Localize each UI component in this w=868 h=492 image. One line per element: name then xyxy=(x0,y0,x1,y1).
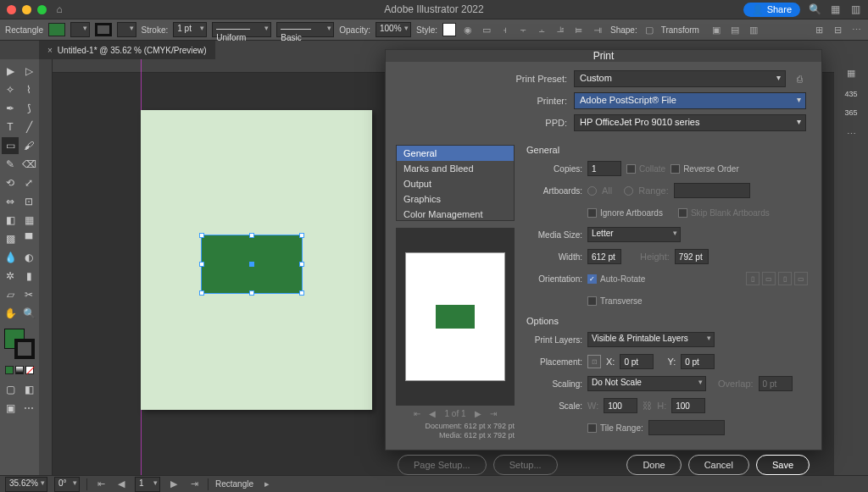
placement-y-input[interactable] xyxy=(681,354,715,369)
section-output[interactable]: Output xyxy=(397,176,514,191)
artboard-nav[interactable]: 1 xyxy=(135,477,160,492)
save-button[interactable]: Save xyxy=(756,455,810,475)
more-icon[interactable]: ⋯ xyxy=(849,23,863,36)
section-list[interactable]: General Marks and Bleed Output Graphics … xyxy=(396,145,515,221)
shape-props-icon[interactable]: ▢ xyxy=(643,23,656,36)
scale-tool-icon[interactable]: ⤢ xyxy=(20,174,37,191)
shaper-tool-icon[interactable]: ✎ xyxy=(2,156,19,173)
preview-next-icon[interactable]: ▶ xyxy=(475,409,481,418)
arrange-icon[interactable]: ▤ xyxy=(728,23,742,36)
draw-mode-behind-icon[interactable]: ◧ xyxy=(20,381,37,398)
close-tab-icon[interactable]: × xyxy=(47,46,53,55)
graphic-style-swatch[interactable] xyxy=(442,23,456,36)
printer-select[interactable]: Adobe PostScript® File xyxy=(574,92,806,109)
ignore-artboards-checkbox[interactable]: Ignore Artboards xyxy=(587,208,663,218)
ppd-select[interactable]: HP OfficeJet Pro 9010 series xyxy=(574,114,806,131)
gradient-tool-icon[interactable]: ▀ xyxy=(20,230,37,247)
stroke-weight[interactable]: 1 pt xyxy=(173,22,207,37)
scaling-select[interactable]: Do Not Scale xyxy=(587,376,706,391)
rotate-view[interactable]: 0° xyxy=(54,477,80,492)
minimize-window-icon[interactable] xyxy=(22,5,31,14)
eraser-tool-icon[interactable]: ⌫ xyxy=(20,156,37,173)
gradient-mode-icon[interactable] xyxy=(15,366,24,374)
color-mode-icon[interactable] xyxy=(5,366,14,374)
save-preset-icon[interactable]: ⎙ xyxy=(793,72,806,86)
copies-input[interactable] xyxy=(587,161,621,176)
panel-icon[interactable]: ▦ xyxy=(844,66,858,80)
snap-icon[interactable]: ⊟ xyxy=(831,23,844,36)
shape-builder-icon[interactable]: ◧ xyxy=(2,212,19,229)
slice-tool-icon[interactable]: ✂ xyxy=(20,286,37,303)
preview-last-icon[interactable]: ⇥ xyxy=(490,409,497,418)
isolate-icon[interactable]: ▣ xyxy=(709,23,723,36)
align-bottom-icon[interactable]: ⫣ xyxy=(592,23,605,36)
cancel-button[interactable]: Cancel xyxy=(688,455,749,475)
hand-tool-icon[interactable]: ✋ xyxy=(2,305,19,322)
auto-rotate-checkbox[interactable]: ✓Auto-Rotate xyxy=(587,274,645,284)
ruler-vertical[interactable] xyxy=(39,59,53,475)
select-similar-icon[interactable]: ▥ xyxy=(747,23,760,36)
align-top-icon[interactable]: ⫡ xyxy=(554,23,568,36)
section-graphics[interactable]: Graphics xyxy=(397,191,514,207)
eyedropper-tool-icon[interactable]: 💧 xyxy=(2,249,19,266)
edit-toolbar-icon[interactable]: ⋯ xyxy=(20,400,37,417)
search-icon[interactable]: 🔍 xyxy=(809,3,821,15)
home-icon[interactable]: ⌂ xyxy=(53,3,65,15)
placement-x-input[interactable] xyxy=(620,354,654,369)
free-transform-icon[interactable]: ⊡ xyxy=(20,193,37,210)
print-layers-select[interactable]: Visible & Printable Layers xyxy=(587,332,715,347)
blend-tool-icon[interactable]: ◐ xyxy=(20,249,37,266)
brush-definition[interactable]: Basic xyxy=(276,22,334,37)
opacity-value[interactable]: 100% xyxy=(376,22,411,37)
stroke-menu[interactable] xyxy=(117,22,136,37)
media-size-select[interactable]: Letter xyxy=(587,227,681,242)
variable-width-profile[interactable]: Uniform xyxy=(212,22,271,37)
section-marks-bleed[interactable]: Marks and Bleed xyxy=(397,161,514,176)
arrange-documents-icon[interactable]: ▦ xyxy=(829,3,841,15)
preset-select[interactable]: Custom xyxy=(574,70,786,87)
next-artboard-icon[interactable]: ▶ xyxy=(167,478,181,491)
fill-stroke-control[interactable] xyxy=(4,329,35,359)
fill-swatch[interactable] xyxy=(48,23,65,36)
align-vcenter-icon[interactable]: ⫢ xyxy=(573,23,587,36)
lasso-tool-icon[interactable]: ⌇ xyxy=(20,81,37,98)
reverse-order-checkbox[interactable]: Reverse Order xyxy=(670,164,739,174)
close-window-icon[interactable] xyxy=(7,5,16,14)
align-hcenter-icon[interactable]: ⫟ xyxy=(517,23,531,36)
panel-more-icon[interactable]: ⋯ xyxy=(844,127,858,141)
prev-artboard-icon[interactable]: ◀ xyxy=(114,478,128,491)
preview-first-icon[interactable]: ⇤ xyxy=(414,409,420,418)
rotate-tool-icon[interactable]: ⟲ xyxy=(2,174,19,191)
symbol-sprayer-icon[interactable]: ✲ xyxy=(2,268,19,285)
rectangle-shape[interactable] xyxy=(202,235,302,293)
document-tab[interactable]: × Untitled-1* @ 35.62 % (CMYK/Preview) xyxy=(39,41,215,59)
curvature-tool-icon[interactable]: ⟆ xyxy=(20,100,37,117)
placement-grid-icon[interactable]: ⊡ xyxy=(587,355,601,368)
draw-mode-normal-icon[interactable]: ▢ xyxy=(2,381,19,398)
done-button[interactable]: Done xyxy=(626,455,681,475)
type-tool-icon[interactable]: T xyxy=(2,119,19,135)
perspective-grid-icon[interactable]: ▦ xyxy=(20,212,37,229)
align-left-icon[interactable]: ⫞ xyxy=(498,23,512,36)
none-mode-icon[interactable] xyxy=(25,366,34,374)
selection-tool-icon[interactable]: ▶ xyxy=(2,63,19,80)
first-artboard-icon[interactable]: ⇤ xyxy=(94,478,108,491)
zoom-tool-icon[interactable]: 🔍 xyxy=(20,305,37,322)
pen-tool-icon[interactable]: ✒ xyxy=(2,100,19,117)
workspace-icon[interactable]: ▥ xyxy=(849,3,861,15)
share-button[interactable]: 👤Share xyxy=(743,3,800,17)
prefs-icon[interactable]: ⊞ xyxy=(812,23,826,36)
section-general[interactable]: General xyxy=(397,146,514,161)
zoom-level[interactable]: 35.62% xyxy=(5,477,47,492)
align-right-icon[interactable]: ⫠ xyxy=(536,23,549,36)
fill-menu[interactable] xyxy=(70,22,90,37)
align-icon[interactable]: ▭ xyxy=(480,23,493,36)
recolor-icon[interactable]: ◉ xyxy=(461,23,475,36)
preview-prev-icon[interactable]: ◀ xyxy=(429,409,436,418)
transform-label[interactable]: Transform xyxy=(661,25,699,35)
paintbrush-tool-icon[interactable]: 🖌 xyxy=(20,137,37,154)
artboard-tool-icon[interactable]: ▱ xyxy=(2,286,19,303)
zoom-window-icon[interactable] xyxy=(37,5,47,14)
mesh-tool-icon[interactable]: ▩ xyxy=(2,230,19,247)
status-menu-icon[interactable]: ▸ xyxy=(260,478,274,491)
